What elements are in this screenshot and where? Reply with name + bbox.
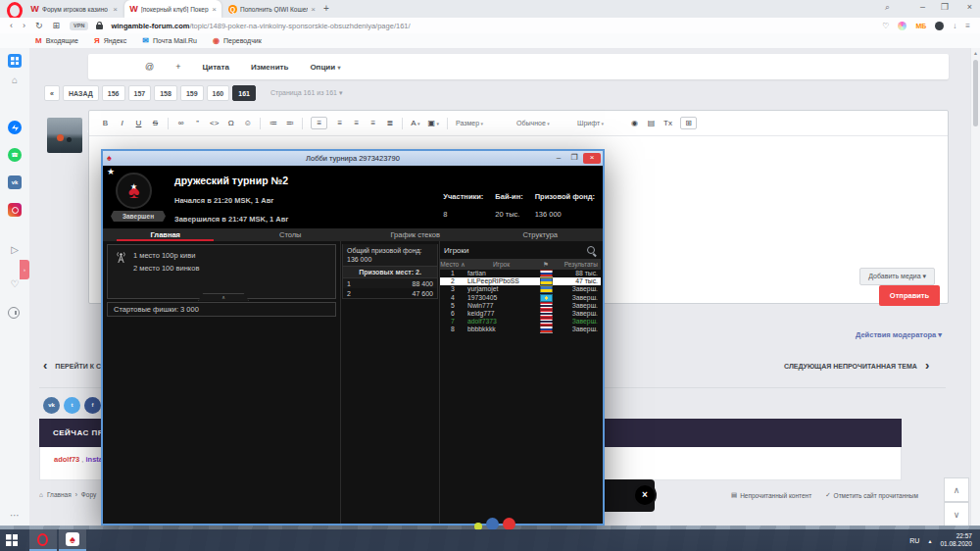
popup-close-button[interactable]: × [635, 485, 655, 505]
forward-icon[interactable]: › [23, 21, 25, 30]
col-flag-icon[interactable]: ⚑ [537, 259, 555, 270]
editor-tool[interactable]: A [411, 119, 419, 127]
editor-tool[interactable]: ≔ [269, 119, 277, 127]
lobby-tab[interactable]: Главная [103, 228, 228, 241]
editor-tool[interactable] [447, 118, 448, 129]
browser-tab[interactable]: W Форум игроков казино - × [25, 0, 122, 18]
share-icon[interactable]: vk [43, 397, 60, 414]
windows-start-button[interactable] [6, 534, 18, 546]
editor-select[interactable]: Размер [456, 120, 501, 126]
player-row[interactable]: 2 LiLPeepRIPboSS 47 тыс. [440, 277, 601, 285]
editor-tool[interactable]: B [101, 119, 110, 127]
add-media-button[interactable]: Добавить медиа ▾ [859, 268, 935, 285]
mention-button[interactable]: @ [145, 62, 154, 72]
edit-button[interactable]: Изменить [251, 63, 288, 72]
player-row[interactable]: 1 fartian 88 тыс. [440, 270, 601, 277]
editor-tool[interactable]: Tx [663, 119, 672, 127]
tab-close-icon[interactable]: × [212, 5, 217, 14]
vpn-badge[interactable]: VPN [70, 22, 88, 30]
next-unread-link[interactable]: СЛЕДУЮЩАЯ НЕПРОЧИТАННАЯ ТЕМА › [784, 361, 929, 371]
editor-tool[interactable]: ” [193, 119, 202, 127]
mb-extension-icon[interactable]: МБ [915, 23, 926, 29]
editor-tool[interactable]: ≕ [285, 119, 294, 127]
mark-read-link[interactable]: ✓Отметить сайт прочитанным [825, 491, 918, 499]
player-row[interactable]: 4 19730405 Заверш. [440, 294, 601, 302]
lobby-minimize-button[interactable]: – [552, 153, 565, 164]
scroll-bottom-button[interactable]: ∨ [944, 502, 969, 526]
lobby-title-bar[interactable]: ♠ Лобби турнира 2973423790 [103, 151, 603, 166]
editor-tool[interactable]: ◉ [630, 119, 639, 127]
scrollbar-thumb[interactable] [973, 60, 978, 126]
lobby-tab[interactable]: Структура [478, 228, 604, 241]
scrollbar-up-arrow[interactable]: ▲ [973, 50, 978, 56]
add-button[interactable]: + [175, 62, 180, 72]
taskbar-clock[interactable]: 22:57 01.08.2020 [940, 532, 972, 548]
tab-close-icon[interactable]: × [113, 5, 118, 14]
download-icon[interactable]: ↓ [953, 22, 956, 30]
taskbar-pokerstars-app[interactable]: ♠ [59, 529, 86, 551]
page-number-button[interactable]: 160 [207, 85, 230, 101]
editor-tool[interactable]: ≡ [311, 117, 327, 129]
breadcrumb[interactable]: ⌂ Главная › Фору [39, 491, 96, 498]
page-number-button[interactable]: 158 [154, 85, 177, 101]
moderator-actions-link[interactable]: Действия модератора ▾ [856, 330, 942, 339]
editor-select[interactable]: Обычное [516, 120, 562, 126]
col-player[interactable]: Игрок [466, 259, 537, 270]
editor-tool[interactable]: Ω [226, 119, 235, 127]
share-icon[interactable]: t [64, 397, 80, 414]
editor-tool[interactable]: ▤ [647, 119, 656, 127]
extension-icon[interactable] [898, 22, 906, 30]
editor-tool[interactable] [168, 118, 169, 129]
window-minimize-button[interactable]: – [920, 2, 925, 12]
whatsapp-icon[interactable]: ☎ [8, 148, 22, 162]
editor-tool[interactable]: U [134, 119, 143, 127]
page-number-button[interactable]: 159 [180, 85, 204, 101]
new-tab-button[interactable]: + [323, 3, 329, 14]
browser-menu-icon[interactable]: ≡ [965, 22, 970, 30]
col-result[interactable]: Результаты [555, 259, 601, 270]
editor-tool[interactable]: S [151, 119, 160, 127]
collapse-handle[interactable]: ∧ [198, 293, 249, 301]
lobby-restore-button[interactable]: ❐ [567, 153, 581, 164]
editor-tool[interactable]: ☺ [243, 119, 252, 127]
page-indicator[interactable]: Страница 161 из 161 ▾ [270, 89, 343, 97]
bookmark-heart-icon[interactable]: ♡ [882, 22, 889, 30]
page-number-button[interactable]: 157 [128, 85, 152, 101]
editor-tool[interactable]: ≡ [368, 119, 377, 127]
editor-tool[interactable]: ⊞ [680, 117, 697, 129]
lobby-tab[interactable]: График стеков [353, 228, 478, 241]
tray-expand-icon[interactable]: ▴ [928, 537, 931, 544]
page-scrollbar[interactable]: ▲ [970, 48, 980, 526]
speed-dial-tile-icon[interactable] [8, 54, 22, 68]
back-icon[interactable]: ‹ [10, 21, 13, 30]
editor-select[interactable]: Шрифт [577, 120, 622, 126]
page-number-button[interactable]: 156 [102, 85, 125, 101]
back-page-button[interactable]: НАЗАД [63, 85, 99, 101]
language-indicator[interactable]: RU [909, 537, 919, 544]
messenger-icon[interactable] [8, 121, 22, 134]
editor-tool[interactable] [402, 118, 403, 129]
bookmark-item[interactable]: M Входящие [35, 36, 78, 45]
lobby-close-button[interactable]: × [583, 153, 601, 164]
favorites-heart-icon[interactable]: ♡ [8, 277, 22, 291]
editor-tool[interactable]: I [118, 119, 126, 127]
share-icon[interactable]: f [84, 397, 101, 414]
scroll-top-button[interactable]: ∧ [944, 477, 969, 502]
window-restore-button[interactable]: ❐ [941, 2, 949, 12]
editor-tool[interactable]: ∞ [176, 119, 185, 127]
bookmark-item[interactable]: ✉ Почта Mail.Ru [142, 36, 197, 45]
window-close-button[interactable]: × [967, 2, 972, 12]
bookmark-item[interactable]: ◉ Переводчик [213, 36, 262, 45]
history-clock-icon[interactable] [8, 307, 20, 319]
home-icon[interactable]: ⌂ [8, 74, 22, 87]
search-icon[interactable]: ⌕ [885, 2, 890, 13]
sidebar-more-icon[interactable]: ⋯ [8, 509, 22, 523]
player-row[interactable]: 8 bbbbkkkk Заверш. [440, 326, 601, 333]
telegram-icon[interactable]: ▷ [8, 243, 22, 257]
submit-button[interactable]: Отправить [879, 285, 940, 306]
browser-tab[interactable]: W [покерный клуб] Покер н × [124, 0, 221, 18]
bookmark-item[interactable]: Я Яндекс [94, 36, 126, 45]
taskbar-opera-app[interactable] [29, 529, 57, 551]
favorite-star-icon[interactable]: ★ [107, 167, 115, 176]
lobby-tab[interactable]: Столы [228, 228, 354, 241]
